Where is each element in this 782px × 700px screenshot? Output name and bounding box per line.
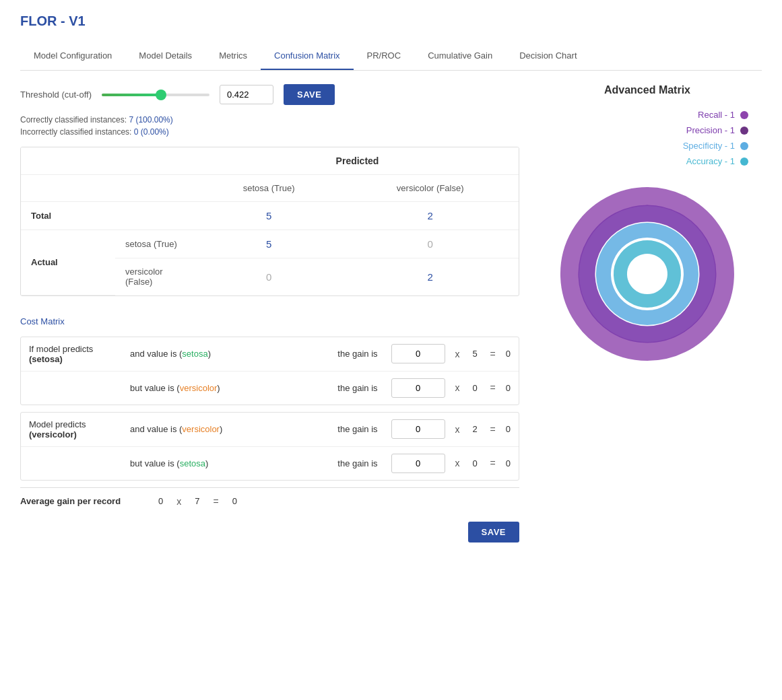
mult-2b: x bbox=[452, 458, 463, 468]
advanced-matrix: Advanced Matrix Recall - 1 Precision - 1… bbox=[533, 84, 762, 368]
result-1a: 0 bbox=[506, 349, 511, 359]
total-col1: 5 bbox=[196, 202, 341, 230]
avg-val: 0 bbox=[158, 496, 163, 506]
eq-1a: = bbox=[487, 349, 499, 359]
correct-value: 7 (100.00%) bbox=[129, 115, 172, 125]
main-content: Threshold (cut-off) SAVE Correctly class… bbox=[20, 84, 762, 553]
metric-recall: Recall - 1 bbox=[533, 110, 748, 120]
cost-matrix-save-button[interactable]: SAVE bbox=[468, 522, 519, 542]
tab-confusion-matrix[interactable]: Confusion Matrix bbox=[261, 42, 354, 70]
specificity-label: Specificity - 1 bbox=[683, 141, 735, 151]
cost-predict-1: If model predicts (setosa) bbox=[29, 344, 123, 364]
cost-condition-2b: but value is (setosa) bbox=[130, 458, 331, 468]
avg-result: 0 bbox=[232, 496, 237, 506]
count-2a: 2 bbox=[470, 424, 480, 434]
bottom-save-container: SAVE bbox=[20, 515, 519, 549]
gain-input-1a[interactable] bbox=[391, 344, 445, 363]
row2-col1: 0 bbox=[196, 258, 341, 295]
tab-pr-roc[interactable]: PR/ROC bbox=[354, 42, 415, 70]
cost-row-1a: If model predicts (setosa) and value is … bbox=[21, 337, 519, 372]
mult-1a: x bbox=[452, 349, 463, 359]
actual-label: Actual bbox=[21, 230, 115, 295]
recall-label: Recall - 1 bbox=[698, 110, 735, 120]
classified-info: Correctly classified instances: 7 (100.0… bbox=[20, 115, 519, 137]
specificity-dot bbox=[740, 142, 748, 150]
predicted-label-cell bbox=[115, 147, 196, 175]
cost-gain-text-1a: the gain is bbox=[337, 349, 377, 359]
correctly-classified-line: Correctly classified instances: 7 (100.0… bbox=[20, 115, 519, 125]
threshold-label: Threshold (cut-off) bbox=[20, 90, 92, 100]
accuracy-label: Accuracy - 1 bbox=[686, 156, 735, 166]
predicted-header: Predicted bbox=[196, 147, 519, 175]
cost-group-versicolor: Model predicts (versicolor) and value is… bbox=[20, 412, 519, 481]
app-title: FLOR - V1 bbox=[20, 13, 762, 29]
accuracy-ring bbox=[620, 247, 674, 301]
tab-model-configuration[interactable]: Model Configuration bbox=[20, 42, 125, 70]
precision-dot bbox=[740, 127, 748, 135]
tab-model-details[interactable]: Model Details bbox=[125, 42, 205, 70]
radial-chart bbox=[553, 180, 742, 368]
cost-condition-1b: but value is (versicolor) bbox=[130, 383, 331, 393]
cost-gain-text-2a: the gain is bbox=[337, 424, 377, 434]
count-2b: 0 bbox=[470, 458, 480, 468]
result-2b: 0 bbox=[506, 458, 511, 468]
right-panel: Advanced Matrix Recall - 1 Precision - 1… bbox=[533, 84, 762, 553]
count-1a: 5 bbox=[470, 349, 480, 359]
incorrect-value: 0 (0.00%) bbox=[134, 127, 169, 137]
row2-label: versicolor (False) bbox=[115, 258, 196, 295]
threshold-row: Threshold (cut-off) SAVE bbox=[20, 84, 519, 105]
app-container: FLOR - V1 Model Configuration Model Deta… bbox=[0, 0, 782, 700]
cost-predict-1-line2: (setosa) bbox=[29, 354, 123, 364]
cost-matrix-title[interactable]: Cost Matrix bbox=[20, 316, 519, 326]
row1-col2: 0 bbox=[341, 230, 519, 258]
mult-2a: x bbox=[452, 424, 463, 435]
tab-decision-chart[interactable]: Decision Chart bbox=[506, 42, 590, 70]
slider-fill bbox=[102, 94, 161, 96]
cost-matrix-section: Cost Matrix If model predicts (setosa) a… bbox=[20, 316, 519, 549]
cost-value-versicolor-2a: versicolor bbox=[182, 424, 220, 434]
metric-precision: Precision - 1 bbox=[533, 125, 748, 135]
metric-specificity: Specificity - 1 bbox=[533, 141, 748, 151]
eq-2a: = bbox=[487, 424, 499, 435]
cost-condition-2a: and value is (versicolor) bbox=[130, 424, 331, 434]
cost-gain-text-1b: the gain is bbox=[337, 383, 377, 393]
tab-metrics[interactable]: Metrics bbox=[205, 42, 261, 70]
slider-track bbox=[102, 94, 209, 96]
mult-1b: x bbox=[452, 382, 463, 393]
row1-col1: 5 bbox=[196, 230, 341, 258]
left-panel: Threshold (cut-off) SAVE Correctly class… bbox=[20, 84, 519, 553]
result-1b: 0 bbox=[506, 383, 511, 393]
cost-row-2b: but value is (setosa) the gain is x 0 = … bbox=[21, 447, 519, 480]
cost-predict-2: Model predicts (versicolor) bbox=[29, 419, 123, 440]
avg-mult: x bbox=[173, 496, 185, 507]
actual-row1: Actual setosa (True) 5 0 bbox=[21, 230, 519, 258]
avg-gain-row: Average gain per record 0 x 7 = 0 bbox=[20, 487, 519, 515]
slider-thumb[interactable] bbox=[156, 90, 166, 100]
threshold-input[interactable] bbox=[220, 85, 273, 104]
cost-gain-text-2b: the gain is bbox=[337, 458, 377, 468]
recall-dot bbox=[740, 111, 748, 119]
threshold-save-button[interactable]: SAVE bbox=[284, 84, 335, 105]
accuracy-dot bbox=[740, 158, 748, 166]
cost-value-versicolor-1b: versicolor bbox=[180, 383, 218, 393]
total-row: Total 5 2 bbox=[21, 202, 519, 230]
cost-row-1b: but value is (versicolor) the gain is x … bbox=[21, 372, 519, 405]
nav-tabs: Model Configuration Model Details Metric… bbox=[20, 42, 762, 71]
cost-value-setosa-2b: setosa bbox=[180, 458, 205, 468]
cost-value-setosa: setosa bbox=[182, 349, 207, 359]
cost-group-setosa: If model predicts (setosa) and value is … bbox=[20, 337, 519, 405]
gain-input-2a[interactable] bbox=[391, 419, 445, 439]
threshold-slider-container[interactable] bbox=[102, 88, 209, 102]
row1-label: setosa (True) bbox=[115, 230, 196, 258]
precision-label: Precision - 1 bbox=[686, 125, 735, 135]
avg-eq: = bbox=[209, 496, 222, 507]
avg-count: 7 bbox=[195, 496, 199, 506]
confusion-matrix-table-container: Predicted setosa (True) versicolor (Fals… bbox=[20, 147, 519, 296]
result-2a: 0 bbox=[506, 424, 511, 434]
gain-input-2b[interactable] bbox=[391, 454, 445, 473]
gain-input-1b[interactable] bbox=[391, 378, 445, 398]
advanced-matrix-title: Advanced Matrix bbox=[533, 84, 762, 96]
col2-header: versicolor (False) bbox=[341, 175, 519, 202]
cost-condition-1a: and value is (setosa) bbox=[130, 349, 331, 359]
tab-cumulative-gain[interactable]: Cumulative Gain bbox=[414, 42, 506, 70]
